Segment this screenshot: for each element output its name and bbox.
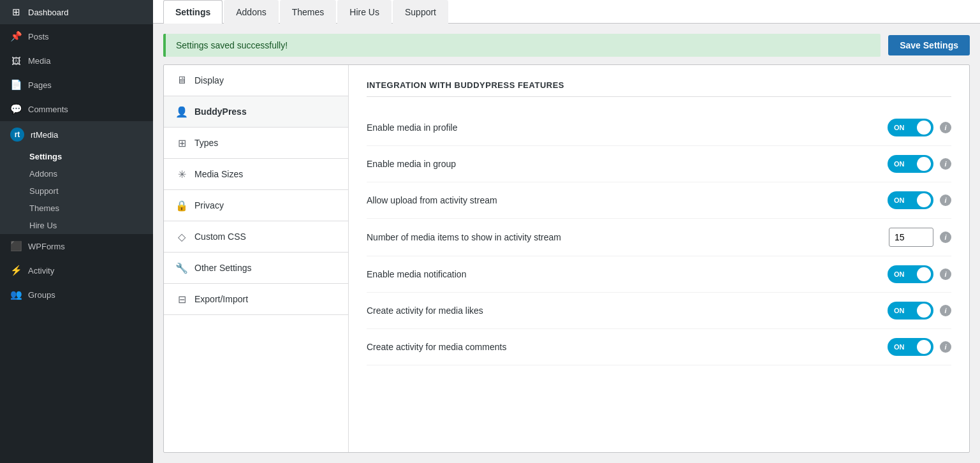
toggle-create-activity-likes[interactable]: ON [888, 302, 933, 320]
settings-nav-buddypress[interactable]: 👤 BuddyPress [164, 96, 348, 128]
settings-nav-label: Custom CSS [194, 231, 246, 242]
info-icon-number-media-items[interactable]: i [940, 231, 951, 243]
save-settings-button[interactable]: Save Settings [888, 35, 970, 55]
setting-label-create-activity-likes: Create activity for media likes [367, 305, 609, 316]
setting-control-enable-media-notification: ONi [888, 265, 951, 283]
buddypress-nav-icon: 👤 [175, 105, 188, 118]
setting-label-enable-media-notification: Enable media notification [367, 269, 609, 279]
toggle-label: ON [888, 270, 905, 278]
setting-row-number-media-items: Number of media items to show in activit… [367, 219, 951, 256]
sidebar-sub-label: Hire Us [29, 221, 57, 230]
content-area: Settings saved successfully! Save Settin… [153, 24, 980, 463]
sidebar-item-pages[interactable]: 📄 Pages [0, 73, 153, 97]
display-nav-icon: 🖥 [175, 74, 188, 87]
sidebar-item-label: Activity [28, 266, 54, 276]
sidebar-item-label: Media [28, 56, 50, 66]
setting-control-number-media-items: i [889, 228, 951, 247]
sidebar-item-rtmedia[interactable]: rt rtMedia [0, 121, 153, 148]
info-icon-create-activity-comments[interactable]: i [940, 341, 951, 353]
tab-hire-us[interactable]: Hire Us [337, 0, 391, 24]
toggle-knob [917, 121, 931, 135]
setting-control-enable-media-group: ONi [888, 155, 951, 173]
toggle-knob [917, 304, 931, 318]
settings-nav-custom-css[interactable]: ◇ Custom CSS [164, 221, 348, 253]
toggle-knob [917, 340, 931, 354]
other-settings-nav-icon: 🔧 [175, 261, 188, 274]
settings-nav-label: Other Settings [194, 263, 252, 273]
toggle-label: ON [888, 124, 905, 131]
sidebar-item-label: Posts [28, 32, 49, 41]
setting-label-create-activity-comments: Create activity for media comments [367, 342, 609, 352]
setting-label-number-media-items: Number of media items to show in activit… [367, 232, 609, 242]
settings-nav: 🖥 Display 👤 BuddyPress ⊞ Types ✳ Media S… [164, 65, 349, 452]
settings-panel: INTEGRATION WITH BUDDYPRESS FEATURES Ena… [349, 65, 969, 452]
sidebar-item-dashboard[interactable]: ⊞ Dashboard [0, 0, 153, 24]
sidebar-item-addons[interactable]: Addons [0, 165, 153, 182]
tab-support[interactable]: Support [393, 0, 448, 24]
sidebar-item-label: Pages [28, 80, 52, 90]
info-icon-enable-media-profile[interactable]: i [940, 122, 951, 133]
dashboard-icon: ⊞ [10, 6, 22, 18]
toggle-allow-upload-activity[interactable]: ON [888, 191, 933, 209]
info-icon-enable-media-notification[interactable]: i [940, 268, 951, 280]
notice-row: Settings saved successfully! Save Settin… [163, 34, 970, 57]
settings-nav-label: Export/Import [194, 294, 248, 304]
info-icon-create-activity-likes[interactable]: i [940, 305, 951, 316]
settings-nav-other-settings[interactable]: 🔧 Other Settings [164, 253, 348, 284]
settings-nav-media-sizes[interactable]: ✳ Media Sizes [164, 159, 348, 190]
sidebar-item-settings[interactable]: Settings [0, 148, 153, 165]
custom-css-nav-icon: ◇ [175, 230, 188, 243]
sidebar-submenu: Settings Addons Support Themes Hire Us [0, 148, 153, 234]
sidebar-item-media[interactable]: 🖼 Media [0, 48, 153, 73]
posts-icon: 📌 [10, 31, 22, 42]
panel-title: INTEGRATION WITH BUDDYPRESS FEATURES [367, 80, 951, 97]
comments-icon: 💬 [10, 103, 22, 115]
tab-settings[interactable]: Settings [163, 0, 223, 24]
toggle-enable-media-profile[interactable]: ON [888, 119, 933, 136]
sidebar-item-themes[interactable]: Themes [0, 200, 153, 217]
sidebar-item-posts[interactable]: 📌 Posts [0, 24, 153, 48]
sidebar-item-label: Dashboard [28, 8, 69, 17]
toggle-label: ON [888, 196, 905, 204]
toggle-knob [917, 193, 931, 207]
sidebar-item-label: Comments [28, 105, 68, 114]
setting-control-create-activity-comments: ONi [888, 338, 951, 356]
main-area: Settings Addons Themes Hire Us Support S… [153, 0, 980, 463]
settings-nav-display[interactable]: 🖥 Display [164, 65, 348, 96]
number-input-number-media-items[interactable] [889, 228, 933, 247]
export-import-nav-icon: ⊟ [175, 293, 188, 305]
sidebar-item-comments[interactable]: 💬 Comments [0, 97, 153, 121]
setting-control-allow-upload-activity: ONi [888, 191, 951, 209]
toggle-label: ON [888, 160, 905, 168]
setting-row-enable-media-group: Enable media in groupONi [367, 146, 951, 182]
toggle-label: ON [888, 307, 905, 314]
tabs-bar: Settings Addons Themes Hire Us Support [153, 0, 980, 24]
settings-nav-label: Types [194, 138, 218, 148]
toggle-create-activity-comments[interactable]: ON [888, 338, 933, 356]
rtmedia-icon: rt [10, 128, 24, 142]
info-icon-enable-media-group[interactable]: i [940, 158, 951, 170]
types-nav-icon: ⊞ [175, 136, 188, 149]
sidebar-item-activity[interactable]: ⚡ Activity [0, 258, 153, 283]
sidebar-sub-label: Support [29, 186, 59, 196]
toggle-enable-media-group[interactable]: ON [888, 155, 933, 173]
media-sizes-nav-icon: ✳ [175, 168, 188, 180]
settings-nav-types[interactable]: ⊞ Types [164, 128, 348, 159]
settings-nav-export-import[interactable]: ⊟ Export/Import [164, 284, 348, 315]
settings-rows: Enable media in profileONiEnable media i… [367, 110, 951, 365]
sidebar-item-hire-us[interactable]: Hire Us [0, 217, 153, 234]
settings-nav-label: Display [194, 75, 224, 85]
toggle-enable-media-notification[interactable]: ON [888, 265, 933, 283]
sidebar-item-support[interactable]: Support [0, 182, 153, 200]
groups-icon: 👥 [10, 289, 22, 300]
setting-row-create-activity-comments: Create activity for media commentsONi [367, 329, 951, 365]
tab-addons[interactable]: Addons [224, 0, 278, 24]
sidebar-item-wpforms[interactable]: ⬛ WPForms [0, 234, 153, 258]
media-icon: 🖼 [10, 55, 22, 66]
setting-row-enable-media-notification: Enable media notificationONi [367, 256, 951, 293]
setting-label-enable-media-profile: Enable media in profile [367, 122, 609, 133]
settings-nav-privacy[interactable]: 🔒 Privacy [164, 190, 348, 221]
tab-themes[interactable]: Themes [280, 0, 337, 24]
sidebar-item-groups[interactable]: 👥 Groups [0, 283, 153, 307]
info-icon-allow-upload-activity[interactable]: i [940, 195, 951, 206]
